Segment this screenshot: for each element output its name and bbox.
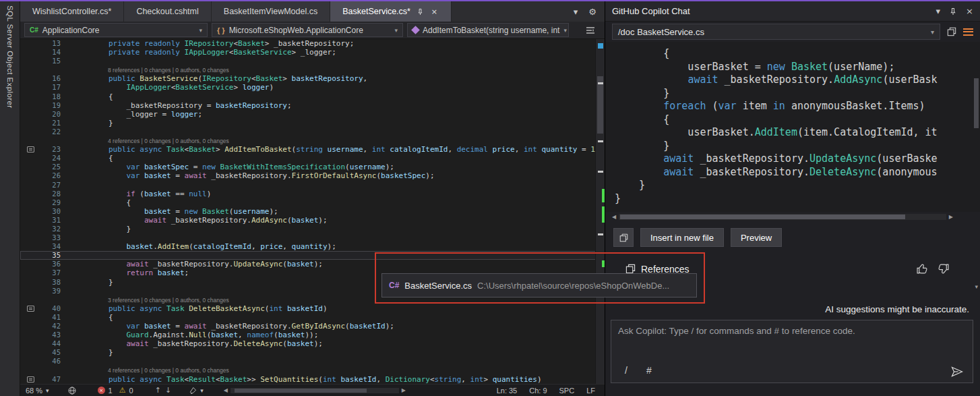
editor-horizontal-scrollbar[interactable]: ◀ ▶ [224,387,406,393]
restore-window-icon[interactable] [947,27,956,36]
glyph-margin[interactable] [20,278,40,287]
eol-indicator[interactable]: LF [586,387,595,395]
glyph-margin[interactable] [20,101,40,110]
document-outline-icon[interactable] [586,26,595,34]
error-count[interactable]: × 1 [98,387,113,395]
codelens-row[interactable]: 8 references | 0 changes | 0 authors, 0 … [20,65,605,74]
margin-glyph-icon[interactable] [27,306,34,312]
thumbs-up-icon[interactable] [917,263,928,275]
code-line[interactable]: 15 [20,57,605,65]
h-scroll-thumb[interactable] [235,389,367,393]
code-line[interactable]: 29 { [20,198,605,207]
pin-icon[interactable] [949,7,957,16]
zoom-select[interactable]: 68 % ▾ [26,387,49,395]
code-line[interactable]: 23 public async Task<Basket> AddItemToBa… [20,145,605,154]
glyph-margin[interactable] [20,207,40,216]
project-dropdown[interactable]: C# ApplicationCore ▾ [24,23,208,37]
glyph-margin[interactable] [20,251,40,260]
tab-checkout[interactable]: Checkout.cshtml [124,1,211,22]
member-dropdown[interactable]: AddItemToBasket(string username, int ▾ [407,23,569,37]
command-combo[interactable]: /doc BasketService.cs ▾ [612,24,940,40]
code-line[interactable]: 27 [20,181,605,190]
settings-gear-icon[interactable]: ⚙ [588,7,596,17]
code-line[interactable]: 22 [20,128,605,136]
code-line[interactable]: 28 if (basket == null) [20,190,605,198]
glyph-margin[interactable] [20,375,40,384]
reference-file-chip[interactable]: C# BasketService.cs C:\Users\rhpatel\sou… [381,273,697,298]
line-indicator[interactable]: Ln: 35 [497,387,518,395]
code-line[interactable]: 47 public async Task<Result<Basket>> Set… [20,375,605,384]
codelens-row[interactable]: 4 references | 0 changes | 0 authors, 0 … [20,136,605,145]
code-line[interactable]: 45 } [20,348,605,357]
scroll-right-icon[interactable]: ▶ [949,214,953,220]
navigate-up-icon[interactable]: ↑ [155,386,161,395]
thumbs-down-icon[interactable] [938,263,949,275]
glyph-margin[interactable] [20,119,40,128]
glyph-margin[interactable] [20,304,40,313]
copilot-code-h-scrollbar[interactable]: ◀ ▶ [612,212,953,221]
code-line[interactable]: 40 public async Task DeleteBasketAsync(i… [20,304,605,313]
glyph-margin[interactable] [20,145,40,154]
code-line[interactable]: 24 { [20,154,605,163]
panel-menu-chevron-icon[interactable]: ▾ [936,6,941,16]
glyph-margin[interactable] [20,74,40,83]
code-line[interactable]: 18 { [20,92,605,101]
copilot-list-icon[interactable] [963,28,973,36]
slash-commands-button[interactable]: / [625,365,627,376]
insert-in-new-file-button[interactable]: Insert in new file [640,228,724,247]
scrollbar-thumb[interactable] [597,76,603,134]
column-indicator[interactable]: Ch: 9 [529,387,547,395]
code-line[interactable]: 17 IAppLogger<BasketService> logger) [20,83,605,92]
glyph-margin[interactable] [20,39,40,48]
glyph-margin[interactable] [20,295,40,304]
warning-count[interactable]: ⚠ 0 [119,387,133,395]
code-line[interactable]: 44 await _basketRepository.DeleteAsync(b… [20,339,605,348]
codelens-row[interactable]: 4 references | 0 changes | 0 authors, 0 … [20,366,605,374]
code-line[interactable]: 31 await _basketRepository.AddAsync(bask… [20,216,605,225]
code-line[interactable]: 21 } [20,119,605,128]
live-share-globe-icon[interactable] [68,387,76,395]
indent-indicator[interactable]: SPC [559,387,575,395]
code-line[interactable]: 25 var basketSpec = new BasketWithItemsS… [20,163,605,171]
margin-glyph-icon[interactable] [27,146,34,152]
code-line[interactable]: 30 basket = new Basket(username); [20,207,605,216]
glyph-margin[interactable] [20,83,40,92]
preview-button[interactable]: Preview [731,228,782,247]
glyph-margin[interactable] [20,92,40,101]
close-icon[interactable]: × [966,6,973,16]
glyph-margin[interactable] [20,110,40,119]
editor-vertical-scrollbar[interactable] [595,39,605,384]
code-line[interactable]: 32 } [20,225,605,233]
hash-reference-button[interactable]: # [646,365,652,376]
panel-scroll-down-icon[interactable]: ▾ [975,283,978,290]
copy-code-button[interactable] [613,228,634,247]
glyph-margin[interactable] [20,322,40,331]
glyph-margin[interactable] [20,242,40,251]
glyph-margin[interactable] [20,163,40,171]
glyph-margin[interactable] [20,181,40,190]
glyph-margin[interactable] [20,136,40,145]
h-scroll-thumb[interactable] [620,215,905,219]
scroll-right-icon[interactable]: ▶ [402,387,406,393]
code-line[interactable]: 43 Guard.Against.Null(basket, nameof(bas… [20,331,605,339]
glyph-margin[interactable] [20,198,40,207]
glyph-margin[interactable] [20,154,40,163]
navigate-down-icon[interactable]: ↓ [165,386,171,395]
code-line[interactable]: 42 var basket = await _basketRepository.… [20,322,605,331]
glyph-margin[interactable] [20,287,40,295]
glyph-margin[interactable] [20,366,40,374]
scroll-left-icon[interactable]: ◀ [612,214,616,220]
glyph-margin[interactable] [20,48,40,57]
namespace-dropdown[interactable]: { } Microsoft.eShopWeb.ApplicationCore ▾ [212,23,403,37]
tab-basketservice[interactable]: BasketService.cs* × [330,1,452,22]
code-cleanup-button[interactable]: ▾ [189,387,204,395]
code-line[interactable]: 41 { [20,313,605,322]
glyph-margin[interactable] [20,331,40,339]
copilot-prompt-input[interactable] [611,320,973,361]
code-line[interactable]: 36 await _basketRepository.UpdateAsync(b… [20,260,605,268]
glyph-margin[interactable] [20,339,40,348]
code-editor[interactable]: 13 private readonly IRepository<Basket> … [20,39,605,384]
close-icon[interactable]: × [430,7,439,16]
glyph-margin[interactable] [20,348,40,357]
tab-overflow-chevron-icon[interactable]: ▾ [574,7,578,17]
